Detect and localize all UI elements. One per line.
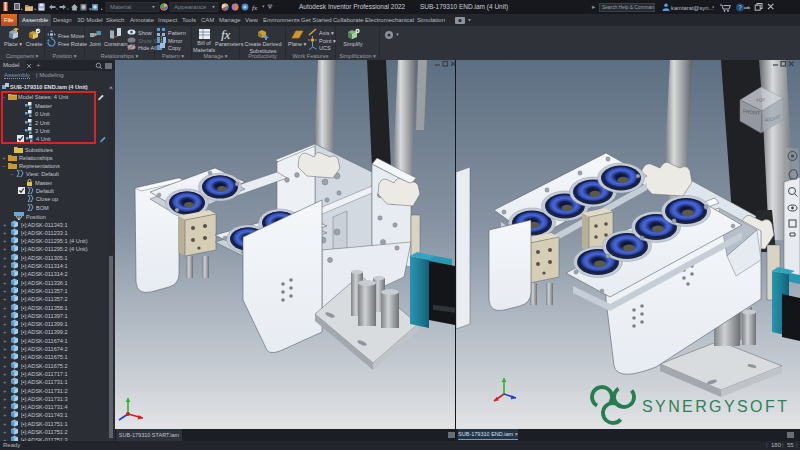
svg-text:Appearance: Appearance <box>174 4 207 10</box>
svg-text:SYNERGYSOFT: SYNERGYSOFT <box>642 398 789 415</box>
svg-text:TOP: TOP <box>756 97 766 103</box>
svg-text:fx: fx <box>221 28 231 41</box>
svg-text:fx: fx <box>252 4 258 12</box>
svg-text:?: ? <box>738 4 742 11</box>
svg-text:kamtarat@syn...: kamtarat@syn... <box>671 5 714 11</box>
svg-text:Material: Material <box>110 4 131 10</box>
